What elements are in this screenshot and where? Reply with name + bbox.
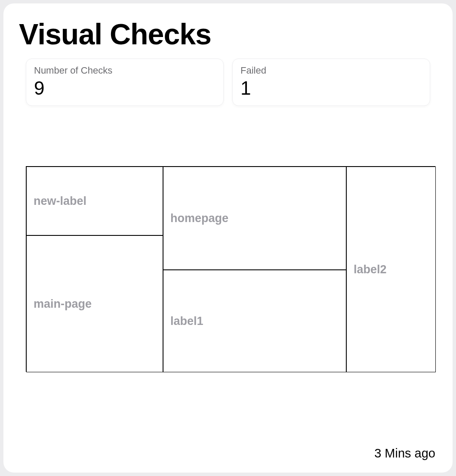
- treemap-chart: new-label main-page homepage label1 labe…: [26, 166, 435, 372]
- page-title: Visual Checks: [19, 17, 437, 51]
- stat-card-failed: Failed 1: [232, 59, 430, 106]
- treemap-cell-label: main-page: [34, 297, 92, 311]
- treemap-cell-label: label1: [170, 315, 203, 328]
- stat-value: 1: [240, 79, 422, 98]
- stat-card-checks: Number of Checks 9: [26, 59, 224, 106]
- treemap-cell-label: homepage: [170, 212, 228, 225]
- treemap-cell-label1[interactable]: label1: [163, 270, 346, 372]
- treemap-cell-label2[interactable]: label2: [346, 167, 436, 372]
- stat-label: Number of Checks: [34, 65, 216, 76]
- treemap-cell-label: new-label: [34, 195, 86, 208]
- dashboard-card: Visual Checks Number of Checks 9 Failed …: [3, 3, 453, 473]
- stat-value: 9: [34, 79, 216, 98]
- treemap-cell-new-label[interactable]: new-label: [26, 167, 163, 235]
- stat-label: Failed: [240, 65, 422, 76]
- stats-row: Number of Checks 9 Failed 1: [19, 59, 437, 106]
- treemap-cell-main-page[interactable]: main-page: [26, 235, 163, 372]
- timestamp: 3 Mins ago: [374, 446, 435, 461]
- treemap-cell-homepage[interactable]: homepage: [163, 167, 346, 270]
- treemap-cell-label: label2: [354, 263, 387, 276]
